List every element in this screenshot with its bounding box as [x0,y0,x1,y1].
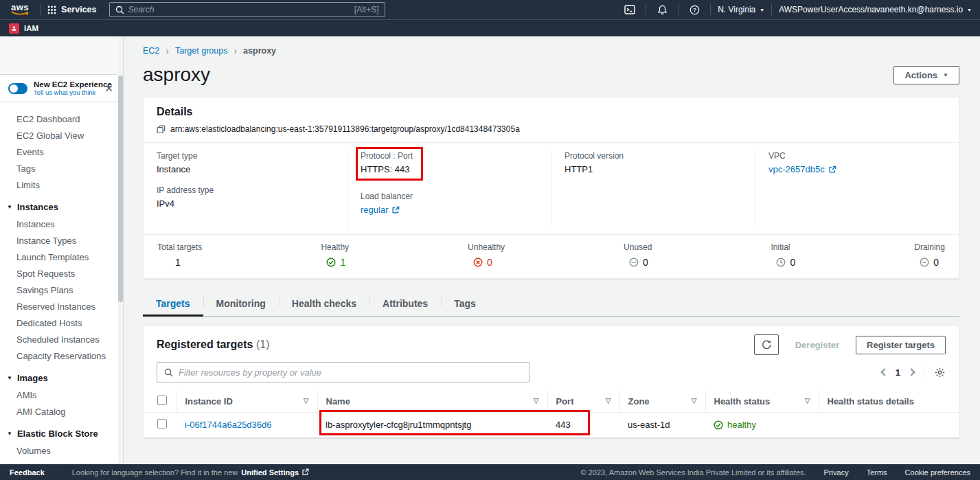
sidebar-item-instances[interactable]: Instances [0,216,123,232]
row-checkbox[interactable] [157,419,167,428]
footer-bar: Feedback Looking for language selection?… [0,464,980,480]
sidebar-item-savings-plans[interactable]: Savings Plans [0,282,123,298]
stat-value: 0 [487,257,492,268]
close-icon[interactable]: ✕ [103,82,115,95]
column-health-status: Health status [714,396,771,407]
sidebar-item-scheduled-instances[interactable]: Scheduled Instances [0,331,123,347]
sort-icon[interactable]: ▽ [805,397,810,404]
sort-icon[interactable]: ▽ [692,397,697,404]
sidebar-item-tags[interactable]: Tags [0,160,123,176]
settings-gear-icon[interactable] [934,367,946,378]
sidebar-item-ec2-global-view[interactable]: EC2 Global View [0,127,123,144]
column-health-status-details: Health status details [828,396,914,407]
sidebar-item-capacity-reservations[interactable]: Capacity Reservations [0,347,123,364]
field-label: Protocol : Port [361,151,413,161]
aws-logo[interactable]: aws [11,3,29,16]
field-value: Instance [157,164,334,174]
health-status-cell: healthy [714,420,810,430]
sidebar-item-ec2-dashboard[interactable]: EC2 Dashboard [0,111,123,127]
search-input[interactable] [128,5,350,14]
experience-toggle[interactable] [8,83,27,94]
link-text: vpc-2657db5c [768,164,825,174]
sidebar-item-spot-requests[interactable]: Spot Requests [0,265,123,282]
pagination: 1 [882,365,946,379]
favorite-iam-shortcut[interactable]: IAM [9,23,38,34]
tab-tags[interactable]: Tags [441,291,489,317]
registered-targets-count: (1) [256,339,270,350]
top-navigation-bar: aws Services [Alt+S] ? [0,0,980,19]
cloudshell-icon[interactable] [621,2,639,17]
filter-box [157,362,529,382]
next-page-icon[interactable] [907,368,915,376]
new-experience-box: New EC2 Experience Tell us what you thin… [0,74,123,102]
section-collapse-icon: ▼ [7,375,12,381]
terms-link[interactable]: Terms [867,468,887,477]
sidebar-section-elastic-block-store[interactable]: ▼Elastic Block Store [0,425,123,442]
sidebar-item-limits[interactable]: Limits [0,176,123,193]
sidebar-scrollbar-thumb[interactable] [118,76,123,302]
iam-shortcut-label: IAM [24,24,38,32]
copy-icon[interactable] [157,125,166,134]
link-text: Unified Settings [241,468,299,477]
sort-icon[interactable]: ▽ [606,397,611,404]
filter-row: 1 [144,361,959,391]
sidebar-item-instance-types[interactable]: Instance Types [0,232,123,249]
details-column-2: Protocol : Port HTTPS: 443 Load balancer… [347,150,551,227]
services-label: Services [61,5,96,14]
check-circle-icon [714,420,723,430]
cookie-preferences-link[interactable]: Cookie preferences [905,468,970,477]
help-icon[interactable]: ? [685,2,703,17]
sort-icon[interactable]: ▽ [304,397,309,404]
sidebar-item-reserved-instances[interactable]: Reserved Instances [0,298,123,315]
tab-monitoring[interactable]: Monitoring [203,291,279,317]
sidebar-top-strip [0,36,123,74]
filter-input[interactable] [179,367,522,378]
sidebar-section-images[interactable]: ▼Images [0,369,123,387]
footer-language-text: Looking for language selection? Find it … [72,468,309,477]
region-selector[interactable]: N. Virginia ▼ [718,5,764,14]
actions-button[interactable]: Actions ▼ [893,66,959,84]
arn-value: arn:aws:elasticloadbalancing:us-east-1:3… [170,124,520,134]
breadcrumb-target-groups[interactable]: Target groups [175,46,227,56]
tab-health-checks[interactable]: Health checks [279,291,369,317]
field-value: HTTP1 [565,164,742,174]
registered-targets-actions: Deregister Register targets [754,334,946,355]
field-load-balancer: Load balancer regular [361,192,538,215]
sidebar-item-events[interactable]: Events [0,144,123,160]
instance-id-link[interactable]: i-06f1744a6a25d36d6 [185,420,272,430]
sidebar-item-volumes[interactable]: Volumes [0,442,123,459]
unified-settings-link[interactable]: Unified Settings [241,468,309,477]
sidebar-section-instances[interactable]: ▼Instances [0,198,123,216]
select-all-checkbox[interactable] [157,396,167,405]
feedback-link[interactable]: Feedback [10,468,45,477]
sidebar-item-snapshots[interactable]: Snapshots [0,459,123,464]
tab-attributes[interactable]: Attributes [369,291,441,317]
privacy-link[interactable]: Privacy [824,468,849,477]
vpc-link[interactable]: vpc-2657db5c [768,164,836,174]
chevron-down-icon: ▼ [967,8,972,12]
stat-label: Draining [914,242,945,252]
stat-label: Total targets [157,242,202,252]
page-number[interactable]: 1 [896,367,900,378]
aws-logo-text: aws [11,3,29,11]
breadcrumb-ec2[interactable]: EC2 [143,46,159,56]
sidebar-item-ami-catalog[interactable]: AMI Catalog [0,403,123,420]
previous-page-icon[interactable] [880,368,888,376]
sidebar-item-dedicated-hosts[interactable]: Dedicated Hosts [0,315,123,331]
refresh-button[interactable] [754,334,779,355]
services-menu[interactable]: Services [47,5,96,14]
field-label: VPC [768,151,946,161]
account-menu[interactable]: AWSPowerUserAccess/navaneeth.kn@harness.… [779,5,972,14]
deregister-button[interactable]: Deregister [786,336,849,354]
sidebar-item-launch-templates[interactable]: Launch Templates [0,249,123,265]
stat-value: 0 [643,257,648,268]
experience-feedback-link[interactable]: Tell us what you think [34,89,97,96]
register-targets-button[interactable]: Register targets [856,336,946,354]
sort-icon[interactable]: ▽ [534,397,539,404]
notifications-bell-icon[interactable] [653,2,671,17]
load-balancer-link[interactable]: regular [361,205,400,215]
health-status-details-cell [819,413,959,437]
sidebar-item-amis[interactable]: AMIs [0,387,123,403]
x-circle-icon [473,258,483,267]
tab-targets[interactable]: Targets [143,291,203,317]
